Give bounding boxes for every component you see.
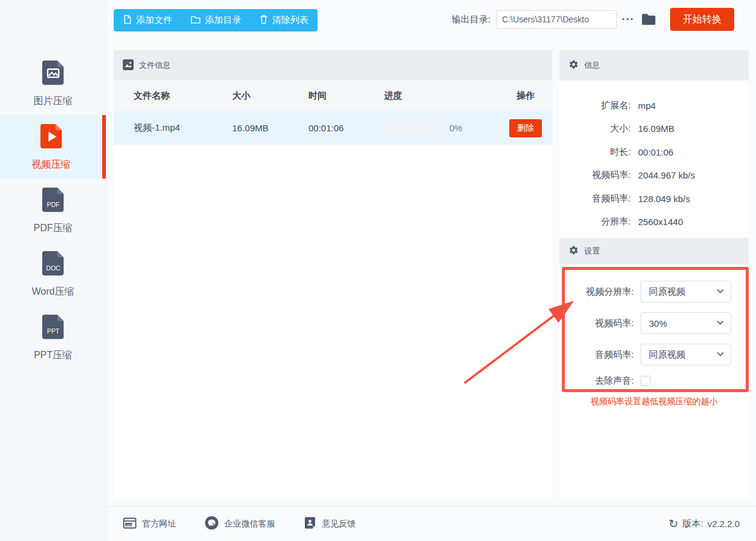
toolbar: 添加文件 添加目录 清除列表 输出目录: ··· 开始转换	[114, 0, 756, 48]
table-header-row: 文件名称 大小 时间 进度 操作	[114, 80, 552, 111]
sidebar: 图片压缩 视频压缩 PDF PDF压缩 DOC Word压缩 PPT PPT压缩	[0, 0, 106, 541]
info-section-title: 信息	[584, 60, 600, 71]
select-value: 30%	[649, 318, 667, 329]
setting-row-video-bitrate: 视频码率: 30%	[564, 312, 749, 334]
check-update-icon[interactable]: ↻	[669, 518, 679, 530]
footer: .com 官方网址 企业微信客服 意见反馈 ↻ 版本: v2.2.2.0	[106, 506, 756, 541]
cell-file-size: 16.09MB	[232, 123, 308, 133]
info-fields: 扩展名: mp4 大小: 16.09MB 时长: 00:01:06 视频码率: …	[559, 80, 749, 238]
sidebar-item-video-compress[interactable]: 视频压缩	[0, 115, 106, 179]
chevron-down-icon	[717, 318, 723, 325]
chevron-down-icon	[717, 287, 723, 293]
open-folder-icon[interactable]	[640, 12, 657, 27]
folder-icon	[191, 15, 201, 26]
info-row-resolution: 分辨率: 2560x1440	[559, 211, 749, 234]
remove-audio-checkbox[interactable]	[640, 376, 651, 386]
progress-bar	[384, 122, 442, 134]
col-header-time: 时间	[308, 90, 384, 102]
sidebar-item-label: 图片压缩	[34, 95, 73, 108]
sidebar-item-label: PDF压缩	[34, 222, 73, 235]
delete-button[interactable]: 删除	[509, 119, 542, 137]
table-row[interactable]: 视频-1.mp4 16.09MB 00:01:06 0% 删除	[114, 111, 552, 145]
website-icon: .com	[123, 517, 137, 531]
output-dir-input[interactable]	[496, 10, 617, 29]
official-website-link[interactable]: .com 官方网址	[123, 517, 176, 531]
setting-row-video-resolution: 视频分辨率: 同原视频	[564, 281, 749, 303]
output-dir-label: 输出目录:	[452, 14, 490, 25]
progress-percent: 0%	[449, 123, 463, 133]
clear-list-button[interactable]: 清除列表	[250, 9, 318, 31]
footer-link-label: 意见反馈	[322, 519, 356, 530]
info-row-size: 大小: 16.09MB	[559, 117, 749, 141]
sidebar-item-label: 视频压缩	[32, 159, 71, 171]
audio-bitrate-select[interactable]: 同原视频	[640, 344, 731, 366]
sidebar-item-ppt-compress[interactable]: PPT PPT压缩	[0, 306, 106, 369]
file-info-header: 文件信息	[114, 50, 552, 80]
sidebar-item-image-compress[interactable]: 图片压缩	[0, 51, 106, 115]
settings-section-title: 设置	[584, 246, 600, 257]
image-file-icon	[39, 59, 67, 89]
version-label: 版本:	[682, 518, 703, 530]
feedback-icon	[304, 516, 316, 531]
sidebar-item-word-compress[interactable]: DOC Word压缩	[0, 242, 106, 306]
file-action-group: 添加文件 添加目录 清除列表	[114, 9, 318, 31]
clear-list-label: 清除列表	[272, 15, 308, 26]
settings-section-header: 设置	[559, 238, 749, 264]
svg-text:PDF: PDF	[47, 201, 60, 208]
detail-panel: 信息 扩展名: mp4 大小: 16.09MB 时长: 00:01:06 视频码…	[559, 50, 749, 499]
video-bitrate-select[interactable]: 30%	[640, 312, 731, 334]
cell-file-time: 00:01:06	[308, 123, 384, 133]
add-file-label: 添加文件	[136, 15, 172, 26]
col-header-size: 大小	[232, 90, 308, 102]
gear-icon	[569, 59, 579, 71]
col-header-progress: 进度	[384, 90, 499, 102]
bitrate-tip-text: 视频码率设置越低视频压缩的越小	[559, 396, 749, 407]
info-row-duration: 时长: 00:01:06	[559, 140, 749, 164]
video-file-icon	[37, 122, 65, 152]
feedback-link[interactable]: 意见反馈	[304, 516, 356, 531]
svg-text:PPT: PPT	[47, 328, 59, 335]
settings-fields: 视频分辨率: 同原视频 视频码率: 30% 音频码率: 同原视频 去除声音:	[559, 264, 749, 387]
start-convert-button[interactable]: 开始转换	[670, 8, 734, 31]
add-directory-label: 添加目录	[205, 15, 241, 26]
col-header-action: 操作	[516, 90, 535, 102]
doc-file-icon: DOC	[39, 249, 67, 280]
sidebar-item-label: PPT压缩	[34, 349, 72, 362]
info-row-video-bitrate: 视频码率: 2044.967 kb/s	[559, 164, 749, 188]
svg-text:DOC: DOC	[46, 264, 60, 272]
sidebar-item-label: Word压缩	[32, 286, 74, 298]
more-options-button[interactable]: ···	[622, 13, 634, 26]
video-resolution-select[interactable]: 同原视频	[640, 281, 731, 303]
panel-title: 文件信息	[139, 60, 171, 71]
sidebar-item-pdf-compress[interactable]: PDF PDF压缩	[0, 179, 106, 242]
add-directory-button[interactable]: 添加目录	[181, 9, 250, 31]
chevron-down-icon	[717, 350, 723, 356]
setting-row-audio-bitrate: 音频码率: 同原视频	[564, 344, 749, 366]
ppt-file-icon: PPT	[39, 313, 67, 343]
select-value: 同原视频	[649, 349, 685, 361]
add-file-button[interactable]: 添加文件	[114, 9, 181, 31]
wechat-chat-icon	[204, 516, 219, 532]
gear-icon	[569, 245, 579, 257]
footer-link-label: 官方网址	[142, 519, 176, 530]
version-area: ↻ 版本: v2.2.2.0	[669, 518, 740, 530]
trash-icon	[259, 15, 268, 26]
pdf-file-icon: PDF	[39, 186, 67, 216]
output-controls: 输出目录: ··· 开始转换	[452, 8, 734, 31]
setting-row-remove-audio: 去除声音:	[564, 375, 749, 387]
version-value: v2.2.2.0	[708, 519, 740, 529]
info-section-header: 信息	[559, 50, 749, 80]
picture-icon	[123, 59, 134, 72]
info-row-extension: 扩展名: mp4	[559, 94, 749, 117]
svg-text:.com: .com	[125, 523, 131, 526]
file-list-panel: 文件信息 文件名称 大小 时间 进度 操作 视频-1.mp4 16.09MB 0…	[114, 50, 552, 499]
col-header-name: 文件名称	[134, 90, 232, 102]
info-row-audio-bitrate: 音频码率: 128.049 kb/s	[559, 187, 749, 211]
cell-progress: 0%	[384, 122, 499, 134]
footer-link-label: 企业微信客服	[224, 519, 275, 530]
file-icon	[123, 15, 132, 26]
select-value: 同原视频	[649, 286, 685, 298]
cell-file-name: 视频-1.mp4	[134, 122, 232, 134]
wechat-service-link[interactable]: 企业微信客服	[204, 516, 275, 532]
